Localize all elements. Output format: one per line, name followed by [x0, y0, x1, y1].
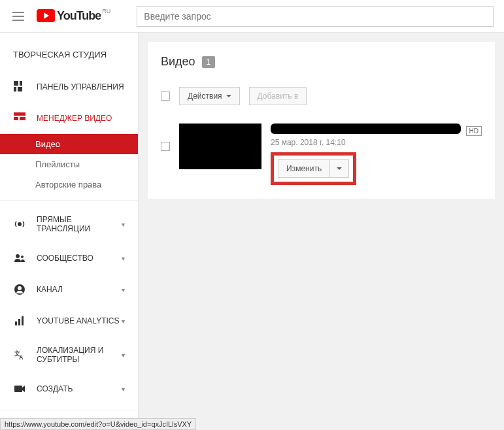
sidebar-item-video-manager[interactable]: МЕНЕДЖЕР ВИДЕО — [0, 103, 138, 134]
svg-rect-12 — [15, 322, 17, 325]
sidebar-item-localization[interactable]: 文A ЛОКАЛИЗАЦИЯ И СУБТИТРЫ ▾ — [0, 337, 138, 373]
hd-badge: HD — [466, 126, 482, 136]
main-content: Видео 1 Действия Добавить в HD — [139, 33, 504, 418]
sidebar-title: ТВОРЧЕСКАЯ СТУДИЯ — [0, 39, 138, 71]
sidebar-sub-copyright[interactable]: Авторские права — [0, 174, 138, 195]
chevron-down-icon: ▾ — [122, 318, 125, 325]
chevron-down-icon: ▾ — [122, 286, 125, 293]
chevron-down-icon: ▾ — [122, 386, 125, 393]
sidebar-item-community[interactable]: СООБЩЕСТВО ▾ — [0, 242, 138, 274]
svg-rect-2 — [14, 87, 16, 91]
dashboard-icon — [13, 80, 26, 93]
edit-highlight-box: Изменить — [271, 152, 356, 185]
community-icon — [13, 252, 26, 265]
status-bar-url: https://www.youtube.com/edit?o=U&video_i… — [0, 418, 196, 430]
youtube-icon — [37, 9, 55, 22]
page-title: Видео — [161, 55, 195, 69]
sidebar-label: МЕНЕДЖЕР ВИДЕО — [37, 114, 125, 123]
create-icon — [13, 382, 26, 395]
sidebar-item-dashboard[interactable]: ПАНЕЛЬ УПРАВЛЕНИЯ — [0, 71, 138, 103]
add-to-button[interactable]: Добавить в — [249, 87, 307, 105]
sidebar-sub-playlists[interactable]: Плейлисты — [0, 154, 138, 174]
chevron-down-icon: ▾ — [122, 255, 125, 262]
chevron-down-icon: ▾ — [122, 221, 125, 228]
sidebar-label: YOUTUBE ANALYTICS — [37, 316, 122, 325]
logo-region: RU — [102, 8, 110, 14]
toolbar: Действия Добавить в — [161, 87, 482, 105]
video-title-redacted[interactable] — [271, 124, 461, 134]
sidebar-item-live[interactable]: ПРЯМЫЕ ТРАНСЛЯЦИИ ▾ — [0, 206, 138, 242]
video-thumbnail[interactable] — [179, 124, 261, 169]
video-count-badge: 1 — [202, 56, 216, 68]
svg-rect-5 — [14, 117, 18, 120]
sidebar-label: ПРЯМЫЕ ТРАНСЛЯЦИИ — [37, 215, 122, 233]
svg-rect-1 — [20, 81, 22, 86]
translate-icon: 文A — [13, 348, 26, 361]
channel-icon — [13, 283, 26, 296]
sidebar-label: КАНАЛ — [37, 285, 122, 294]
sidebar-item-channel[interactable]: КАНАЛ ▾ — [0, 274, 138, 305]
video-row: HD 25 мар. 2018 г. 14:10 Изменить — [161, 124, 482, 185]
edit-dropdown-button[interactable] — [330, 159, 349, 178]
sidebar-item-analytics[interactable]: YOUTUBE ANALYTICS ▾ — [0, 305, 138, 337]
menu-icon[interactable] — [10, 8, 26, 24]
search-input[interactable] — [137, 6, 494, 27]
svg-point-7 — [18, 222, 22, 226]
divider — [0, 200, 138, 201]
live-icon — [13, 218, 26, 231]
caret-down-icon — [337, 167, 342, 170]
header: YouTube RU — [0, 0, 504, 33]
svg-text:A: A — [19, 354, 24, 361]
analytics-icon — [13, 314, 26, 327]
sidebar-label: ПАНЕЛЬ УПРАВЛЕНИЯ — [37, 82, 125, 91]
divider — [0, 410, 138, 410]
svg-point-8 — [16, 254, 20, 258]
video-date: 25 мар. 2018 г. 14:10 — [271, 138, 482, 147]
sidebar-label: СОЗДАТЬ — [37, 384, 122, 393]
video-manager-icon — [13, 112, 26, 125]
youtube-logo[interactable]: YouTube RU — [37, 9, 110, 23]
select-all-checkbox[interactable] — [161, 91, 170, 101]
chevron-down-icon: ▾ — [122, 352, 125, 359]
svg-rect-4 — [14, 112, 25, 116]
logo-text: YouTube — [57, 9, 101, 23]
svg-rect-14 — [22, 316, 24, 325]
sidebar-item-create[interactable]: СОЗДАТЬ ▾ — [0, 373, 138, 405]
svg-point-11 — [18, 286, 22, 290]
video-panel: Видео 1 Действия Добавить в HD — [148, 42, 495, 199]
svg-rect-3 — [18, 87, 22, 91]
svg-rect-17 — [14, 386, 22, 392]
video-checkbox[interactable] — [161, 142, 170, 151]
caret-down-icon — [226, 95, 231, 97]
edit-button[interactable]: Изменить — [278, 159, 330, 178]
svg-rect-0 — [14, 81, 18, 86]
svg-point-9 — [21, 256, 24, 258]
sidebar-label: СООБЩЕСТВО — [37, 254, 122, 263]
sidebar: ТВОРЧЕСКАЯ СТУДИЯ ПАНЕЛЬ УПРАВЛЕНИЯ МЕНЕ… — [0, 33, 139, 418]
sidebar-label: ЛОКАЛИЗАЦИЯ И СУБТИТРЫ — [37, 346, 122, 364]
sidebar-sub-videos[interactable]: Видео — [0, 134, 138, 154]
svg-rect-13 — [18, 319, 20, 325]
actions-button[interactable]: Действия — [179, 87, 240, 105]
svg-rect-6 — [20, 117, 25, 120]
